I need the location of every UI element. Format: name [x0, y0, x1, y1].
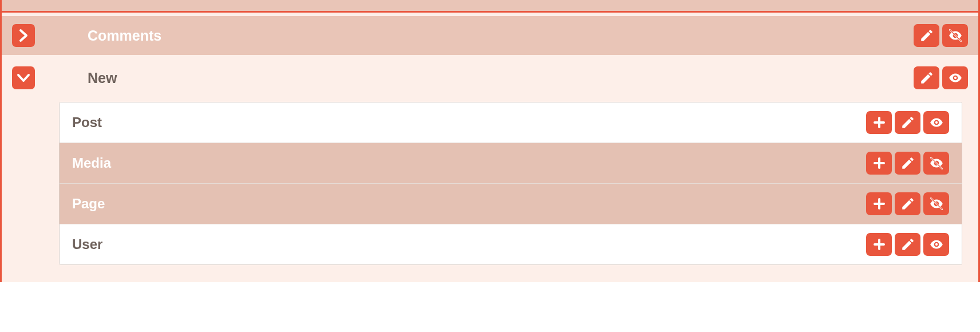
add-page-button[interactable] [866, 192, 892, 215]
collapse-new-button[interactable] [12, 66, 35, 89]
pencil-icon [900, 156, 915, 171]
toggle-visibility-comments-button[interactable] [942, 24, 968, 47]
eye-icon [928, 237, 945, 252]
previous-section-strip [2, 0, 978, 13]
pencil-icon [919, 28, 934, 43]
plus-icon [872, 238, 886, 251]
section-comments-actions [914, 24, 968, 47]
section-new-actions [914, 66, 968, 89]
toggle-visibility-new-button[interactable] [942, 66, 968, 89]
subitem-user-actions [866, 233, 949, 256]
edit-media-button[interactable] [895, 152, 920, 175]
add-user-button[interactable] [866, 233, 892, 256]
plus-icon [872, 197, 886, 211]
eye-slash-icon [947, 28, 964, 43]
eye-icon [947, 70, 964, 85]
plus-icon [872, 156, 886, 170]
subitem-user-label: User [72, 236, 866, 252]
admin-menu-panel: Comments [0, 0, 980, 282]
edit-post-button[interactable] [895, 111, 920, 134]
edit-comments-button[interactable] [914, 24, 939, 47]
section-comments: Comments [2, 16, 978, 55]
toggle-visibility-user-button[interactable] [923, 233, 949, 256]
subitem-media-actions [866, 152, 949, 175]
eye-slash-icon [928, 196, 945, 211]
toggle-visibility-post-button[interactable] [923, 111, 949, 134]
section-comments-label: Comments [88, 27, 906, 44]
expand-comments-button[interactable] [12, 24, 35, 47]
edit-new-button[interactable] [914, 66, 939, 89]
toggle-visibility-media-button[interactable] [923, 152, 949, 175]
edit-page-button[interactable] [895, 192, 920, 215]
subitem-media-label: Media [72, 155, 866, 171]
subitem-post-label: Post [72, 114, 866, 131]
subitem-media: Media [60, 143, 962, 184]
section-new-label: New [88, 70, 906, 86]
subitem-user: User [60, 224, 962, 264]
eye-icon [928, 115, 945, 130]
chevron-down-icon [17, 73, 30, 83]
plus-icon [872, 116, 886, 129]
new-subitems-list: Post [59, 102, 962, 265]
chevron-right-icon [18, 29, 29, 42]
edit-user-button[interactable] [895, 233, 920, 256]
subitem-page-label: Page [72, 196, 866, 212]
add-post-button[interactable] [866, 111, 892, 134]
subitem-post-actions [866, 111, 949, 134]
section-new: New [2, 58, 978, 97]
pencil-icon [900, 196, 915, 211]
subitem-page: Page [60, 184, 962, 224]
subitem-page-actions [866, 192, 949, 215]
pencil-icon [919, 70, 934, 85]
subitem-post: Post [60, 102, 962, 143]
toggle-visibility-page-button[interactable] [923, 192, 949, 215]
eye-slash-icon [928, 156, 945, 171]
pencil-icon [900, 115, 915, 130]
pencil-icon [900, 237, 915, 252]
add-media-button[interactable] [866, 152, 892, 175]
